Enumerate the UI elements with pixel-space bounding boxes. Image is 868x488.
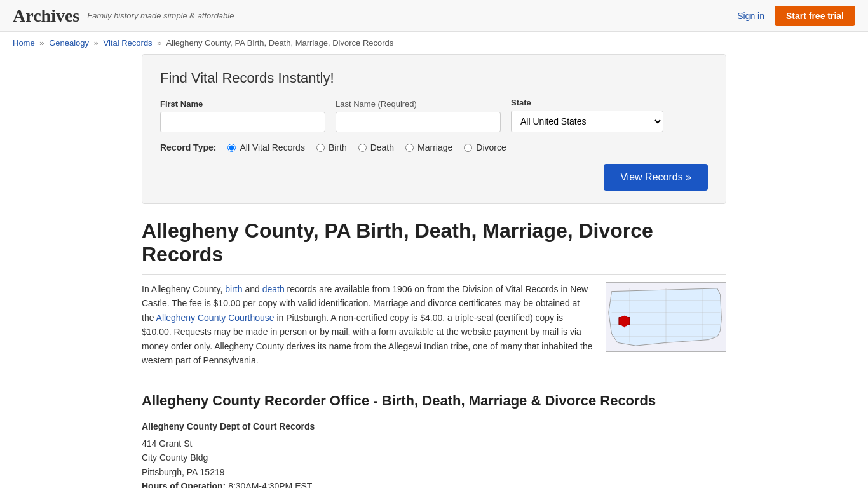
- intro-paragraph: In Allegheny County, birth and death rec…: [142, 282, 593, 367]
- search-title: Find Vital Records Instantly!: [160, 70, 708, 86]
- site-header: Archives Family history made simple & af…: [0, 0, 868, 32]
- page-title: Allegheny County, PA Birth, Death, Marri…: [142, 219, 726, 274]
- recorder-heading: Allegheny County Recorder Office - Birth…: [142, 386, 726, 409]
- radio-all-vital[interactable]: All Vital Records: [227, 142, 304, 152]
- courthouse-link[interactable]: Allegheny County Courthouse: [156, 313, 275, 323]
- breadcrumb-sep-3: »: [157, 38, 161, 48]
- death-link[interactable]: death: [262, 284, 285, 294]
- radio-divorce-label: Divorce: [476, 142, 506, 152]
- breadcrumb-genealogy[interactable]: Genealogy: [49, 38, 89, 48]
- breadcrumb-sep-1: »: [39, 38, 44, 48]
- state-group: State All United States Alabama Alaska P…: [511, 98, 663, 132]
- radio-birth-label: Birth: [329, 142, 347, 152]
- first-name-group: First Name: [160, 99, 325, 132]
- address-line3: Pittsburgh, PA 15219: [142, 465, 726, 479]
- site-tagline: Family history made simple & affordable: [87, 11, 234, 20]
- radio-death-label: Death: [370, 142, 394, 152]
- office-name: Allegheny County Dept of Court Records: [142, 419, 726, 433]
- breadcrumb-sep-2: »: [94, 38, 98, 48]
- birth-link[interactable]: birth: [225, 284, 242, 294]
- radio-divorce[interactable]: Divorce: [464, 142, 506, 152]
- state-label: State: [511, 98, 663, 107]
- radio-divorce-input[interactable]: [464, 144, 472, 152]
- text-block: In Allegheny County, birth and death rec…: [142, 282, 593, 367]
- last-name-group: Last Name (Required): [336, 99, 501, 132]
- last-name-input[interactable]: [336, 112, 501, 132]
- radio-all-vital-input[interactable]: [227, 144, 236, 152]
- record-type-label: Record Type:: [160, 142, 216, 152]
- radio-marriage-label: Marriage: [417, 142, 452, 152]
- search-fields: First Name Last Name (Required) State Al…: [160, 98, 708, 132]
- start-trial-button[interactable]: Start free trial: [775, 6, 855, 26]
- address-line2: City County Bldg: [142, 451, 726, 464]
- radio-birth[interactable]: Birth: [316, 142, 347, 152]
- last-name-label: Last Name (Required): [336, 99, 501, 109]
- radio-marriage[interactable]: Marriage: [405, 142, 452, 152]
- site-logo: Archives: [13, 6, 79, 26]
- office-address: Allegheny County Dept of Court Records 4…: [142, 419, 726, 488]
- sign-in-link[interactable]: Sign in: [737, 11, 764, 21]
- radio-death[interactable]: Death: [358, 142, 394, 152]
- and-text: and: [243, 284, 262, 294]
- state-select[interactable]: All United States Alabama Alaska Pennsyl…: [511, 111, 663, 132]
- breadcrumb-current: Allegheny County, PA Birth, Death, Marri…: [166, 38, 393, 48]
- breadcrumb-home[interactable]: Home: [13, 38, 35, 48]
- map-container: [606, 282, 726, 354]
- intro-text: In Allegheny County,: [142, 284, 225, 294]
- breadcrumb-vital-records[interactable]: Vital Records: [104, 38, 153, 48]
- hours-value: 8:30AM-4:30PM EST: [228, 481, 312, 488]
- header-right: Sign in Start free trial: [737, 6, 855, 26]
- first-name-label: First Name: [160, 99, 325, 109]
- pa-map: [606, 282, 726, 352]
- hours-label: Hours of Operation:: [142, 481, 226, 488]
- breadcrumb: Home » Genealogy » Vital Records » Alleg…: [0, 32, 868, 54]
- first-name-input[interactable]: [160, 112, 325, 132]
- radio-birth-input[interactable]: [316, 144, 325, 152]
- recorder-section: Allegheny County Recorder Office - Birth…: [142, 386, 726, 488]
- radio-all-vital-label: All Vital Records: [240, 142, 304, 152]
- record-type-row: Record Type: All Vital Records Birth Dea…: [160, 142, 708, 152]
- main-content: Find Vital Records Instantly! First Name…: [129, 54, 739, 488]
- search-box: Find Vital Records Instantly! First Name…: [142, 54, 726, 204]
- view-records-button[interactable]: View Records »: [604, 164, 708, 191]
- address-line1: 414 Grant St: [142, 437, 726, 451]
- content-section: In Allegheny County, birth and death rec…: [142, 282, 726, 367]
- radio-death-input[interactable]: [358, 144, 367, 152]
- header-left: Archives Family history made simple & af…: [13, 6, 234, 26]
- hours-row: Hours of Operation: 8:30AM-4:30PM EST: [142, 479, 726, 488]
- content-with-map: In Allegheny County, birth and death rec…: [142, 282, 726, 367]
- radio-marriage-input[interactable]: [405, 144, 414, 152]
